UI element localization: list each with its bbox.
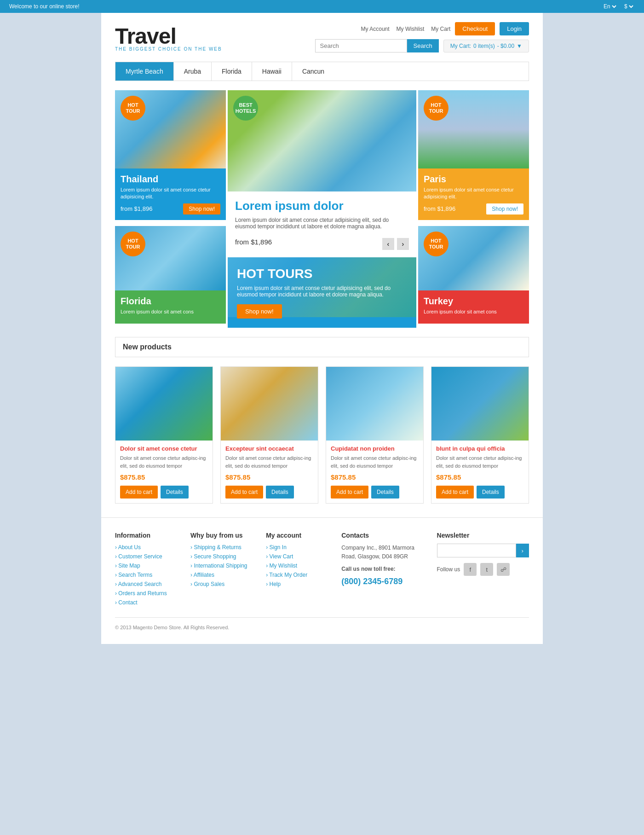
product-info-2: Excepteur sint occaecat Dolor sit amet c…: [221, 441, 318, 503]
product-name-3[interactable]: Cupidatat non proiden: [331, 445, 419, 452]
tab-hawaii[interactable]: Hawaii: [252, 62, 292, 81]
product-name-1[interactable]: Dolor sit amet conse ctetur: [120, 445, 208, 452]
thailand-badge: HOT TOUR: [121, 96, 145, 121]
turkey-badge: HOT TOUR: [424, 232, 448, 256]
footer-contacts: Contacts Company Inc., 8901 Marmora Road…: [341, 532, 427, 608]
footer-information-list: About Us Customer Service Site Map Searc…: [115, 544, 181, 606]
banner-next-button[interactable]: ›: [397, 238, 409, 250]
details-button-3[interactable]: Details: [371, 486, 399, 499]
tab-florida[interactable]: Florida: [212, 62, 252, 81]
my-wishlist-link[interactable]: My Wishlist: [397, 26, 425, 32]
currency-select[interactable]: $ €: [622, 3, 635, 10]
facebook-icon[interactable]: f: [464, 563, 477, 576]
banner-turkey[interactable]: HOT TOUR Turkey Lorem ipsum dolor sit am…: [418, 226, 529, 328]
cart-label: My Cart:: [450, 43, 471, 49]
newsletter-wrap: ›: [437, 544, 529, 557]
customer-service-link[interactable]: Customer Service: [115, 553, 162, 560]
my-cart-link[interactable]: My Cart: [431, 26, 450, 32]
my-account-link[interactable]: My Account: [361, 26, 390, 32]
add-to-cart-button-2[interactable]: Add to cart: [225, 486, 263, 499]
add-to-cart-button-4[interactable]: Add to cart: [436, 486, 474, 499]
shipping-link[interactable]: Shipping & Returns: [190, 544, 242, 551]
footer: Information About Us Customer Service Si…: [101, 517, 543, 644]
tab-cancun[interactable]: Cancun: [292, 62, 334, 81]
banner-hotels-inner: BEST HOTELS: [228, 90, 416, 191]
track-order-link[interactable]: Track My Order: [266, 572, 307, 578]
product-name-4[interactable]: blunt in culpa qui officia: [436, 445, 524, 452]
paris-badge: HOT TOUR: [424, 96, 448, 121]
banner-thailand[interactable]: HOT TOUR Thailand Lorem ipsum dolor sit …: [115, 90, 226, 224]
product-actions-2: Add to cart Details: [225, 486, 313, 499]
rss-icon[interactable]: ☍: [497, 563, 510, 576]
intl-shipping-link[interactable]: International Shipping: [190, 562, 247, 569]
product-info-3: Cupidatat non proiden Dolor sit amet con…: [326, 441, 423, 503]
product-card-3: Cupidatat non proiden Dolor sit amet con…: [326, 366, 424, 504]
orders-returns-link[interactable]: Orders and Returns: [115, 590, 167, 597]
product-grid: Dolor sit amet conse ctetur Dolor sit am…: [115, 366, 529, 504]
product-price-3: $875.85: [331, 473, 419, 481]
list-item: View Cart: [266, 553, 332, 560]
details-button-2[interactable]: Details: [266, 486, 294, 499]
add-to-cart-button-3[interactable]: Add to cart: [331, 486, 368, 499]
newsletter-submit-button[interactable]: ›: [516, 544, 529, 557]
affiliates-link[interactable]: Affiliates: [190, 572, 214, 578]
product-desc-3: Dolor sit amet conse ctetur adipisc-ing …: [331, 454, 419, 470]
list-item: About Us: [115, 544, 181, 551]
new-products-title: New products: [115, 337, 529, 357]
search-input[interactable]: [315, 39, 407, 52]
add-to-cart-button-1[interactable]: Add to cart: [120, 486, 158, 499]
banner-paris[interactable]: HOT TOUR Paris Lorem ipsum dolor sit ame…: [418, 90, 529, 224]
footer-information-title: Information: [115, 532, 181, 539]
view-cart-link[interactable]: View Cart: [266, 553, 293, 560]
help-link[interactable]: Help: [266, 581, 281, 587]
group-sales-link[interactable]: Group Sales: [190, 581, 224, 587]
cart-total: - $0.00: [497, 43, 514, 49]
product-actions-3: Add to cart Details: [331, 486, 419, 499]
newsletter-input[interactable]: [437, 544, 516, 557]
header-nav: My Account My Wishlist My Cart: [361, 26, 451, 32]
cart-bar[interactable]: My Cart: 0 item(s) - $0.00 ▼: [443, 40, 529, 52]
banner-florida[interactable]: HOT TOUR Florida Lorem ipsum dolor sit a…: [115, 226, 226, 328]
advanced-search-link[interactable]: Advanced Search: [115, 581, 161, 587]
search-terms-link[interactable]: Search Terms: [115, 572, 152, 578]
about-us-link[interactable]: About Us: [115, 544, 141, 551]
paris-shop-button[interactable]: Shop now!: [486, 203, 523, 215]
footer-phone[interactable]: (800) 2345-6789: [341, 577, 427, 586]
florida-badge: HOT TOUR: [121, 232, 145, 256]
product-name-2[interactable]: Excepteur sint occaecat: [225, 445, 313, 452]
sign-in-link[interactable]: Sign In: [266, 544, 287, 551]
product-actions-1: Add to cart Details: [120, 486, 208, 499]
list-item: Orders and Returns: [115, 590, 181, 597]
twitter-icon[interactable]: t: [480, 563, 493, 576]
search-button[interactable]: Search: [407, 39, 439, 52]
footer-grid: Information About Us Customer Service Si…: [115, 532, 529, 608]
footer-why-us-list: Shipping & Returns Secure Shopping Inter…: [190, 544, 257, 587]
login-button[interactable]: Login: [500, 22, 529, 35]
secure-shopping-link[interactable]: Secure Shopping: [190, 553, 236, 560]
list-item: Advanced Search: [115, 580, 181, 587]
florida-info: Florida Lorem ipsum dolor sit amet cons: [115, 290, 226, 324]
details-button-1[interactable]: Details: [161, 486, 189, 499]
banner-prev-button[interactable]: ‹: [382, 238, 394, 250]
list-item: Site Map: [115, 562, 181, 569]
contact-link[interactable]: Contact: [115, 599, 138, 606]
banner-section: HOT TOUR Thailand Lorem ipsum dolor sit …: [115, 90, 529, 328]
language-select[interactable]: En Fr: [602, 3, 618, 10]
tab-aruba[interactable]: Aruba: [174, 62, 212, 81]
hot-tours-shop-button[interactable]: Shop now!: [237, 304, 282, 319]
footer-address: Company Inc., 8901 Marmora Road, Glasgow…: [341, 544, 427, 561]
checkout-button[interactable]: Checkout: [455, 22, 495, 35]
footer-newsletter: Newsletter › Follow us f t ☍: [437, 532, 529, 608]
footer-information: Information About Us Customer Service Si…: [115, 532, 181, 608]
details-button-4[interactable]: Details: [477, 486, 505, 499]
list-item: Help: [266, 580, 332, 587]
hotels-info: Lorem ipsum dolor Lorem ipsum dolor sit …: [228, 191, 416, 257]
my-wishlist-footer-link[interactable]: My Wishlist: [266, 562, 297, 569]
list-item: International Shipping: [190, 562, 257, 569]
product-image-3: [326, 367, 423, 441]
thailand-shop-button[interactable]: Shop now!: [183, 203, 220, 215]
tab-myrtle-beach[interactable]: Myrtle Beach: [115, 62, 174, 81]
thailand-info: Thailand Lorem ipsum dolor sit amet cons…: [115, 168, 226, 220]
banner-hotels[interactable]: BEST HOTELS Lorem ipsum dolor Lorem ipsu…: [228, 90, 416, 328]
site-map-link[interactable]: Site Map: [115, 562, 140, 569]
